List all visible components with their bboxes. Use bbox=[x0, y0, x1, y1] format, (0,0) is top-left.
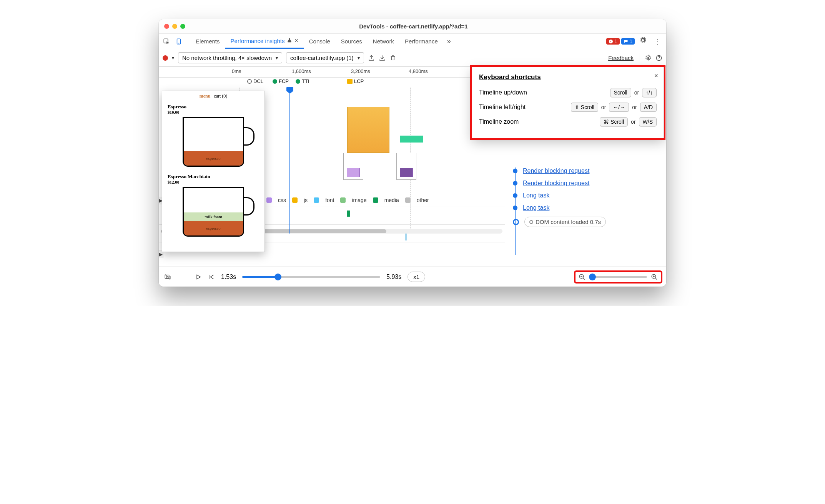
tab-performance-insights[interactable]: Performance insights × bbox=[225, 34, 304, 49]
preview-cart-label: cart (0) bbox=[214, 93, 227, 99]
preview-item-name: Espresso bbox=[168, 104, 259, 110]
insights-toolbar: ▾ No network throttling, 4× slowdown▾ co… bbox=[159, 49, 666, 67]
recording-select[interactable]: coffee-cart.netlify.app (1)▾ bbox=[286, 52, 364, 63]
panel-settings-icon[interactable] bbox=[645, 55, 652, 61]
device-toolbar-icon[interactable] bbox=[173, 36, 184, 47]
close-shortcuts-icon[interactable]: × bbox=[654, 72, 658, 80]
svg-line-10 bbox=[583, 278, 585, 280]
shortcut-row: Timeline up/down Scroll or ↑/↓ bbox=[479, 88, 657, 97]
shortcuts-title: Keyboard shortcuts bbox=[479, 73, 657, 81]
playback-end-time: 5.93s bbox=[386, 274, 401, 280]
playhead[interactable] bbox=[289, 88, 290, 234]
toggle-screenshots-icon[interactable] bbox=[164, 274, 171, 280]
rewind-icon[interactable] bbox=[208, 274, 215, 280]
playback-speed[interactable]: x1 bbox=[408, 272, 425, 282]
kbd: Scroll bbox=[610, 88, 631, 97]
insight-item[interactable]: Long task bbox=[513, 204, 659, 211]
inspect-element-icon[interactable] bbox=[161, 36, 172, 47]
tab-performance[interactable]: Performance bbox=[399, 34, 443, 49]
filmstrip-thumb[interactable] bbox=[396, 153, 416, 180]
task-block[interactable] bbox=[400, 136, 423, 143]
feedback-link[interactable]: Feedback bbox=[608, 55, 634, 61]
kbd: ⌘ Scroll bbox=[600, 117, 628, 126]
more-menu-icon[interactable]: ⋮ bbox=[651, 37, 664, 46]
settings-icon[interactable] bbox=[636, 37, 649, 46]
zoom-out-icon[interactable] bbox=[579, 274, 585, 280]
main-panel: 0ms 1,600ms 3,200ms 4,800ms DCL FCP TTI … bbox=[159, 67, 666, 267]
network-legend: css js font image media other bbox=[266, 197, 429, 203]
error-count-badge[interactable]: 1 bbox=[606, 38, 620, 45]
timeline-panel[interactable]: 0ms 1,600ms 3,200ms 4,800ms DCL FCP TTI … bbox=[159, 67, 505, 267]
zoom-in-icon[interactable] bbox=[651, 274, 658, 280]
record-button[interactable] bbox=[163, 55, 168, 61]
playback-bar: 1.53s 5.93s x1 bbox=[159, 267, 666, 287]
kbd: ←/→ bbox=[609, 103, 629, 112]
more-tabs-icon[interactable]: » bbox=[445, 37, 453, 45]
screenshot-preview: menu cart (0) Espresso $10.00 espresso E… bbox=[162, 91, 265, 252]
record-menu-chevron-icon[interactable]: ▾ bbox=[172, 55, 174, 61]
tab-elements[interactable]: Elements bbox=[190, 34, 225, 49]
help-icon[interactable] bbox=[655, 55, 662, 61]
window-title: DevTools - coffee-cart.netlify.app/?ad=1 bbox=[166, 23, 661, 30]
shortcut-row: Timeline zoom ⌘ Scroll or W/S bbox=[479, 117, 657, 126]
zoom-slider[interactable] bbox=[589, 276, 647, 278]
flask-icon bbox=[287, 38, 292, 44]
kbd: ⇧ Scroll bbox=[571, 103, 598, 112]
preview-item-price: $12.00 bbox=[168, 180, 259, 184]
marker-fcp[interactable]: FCP bbox=[273, 78, 289, 84]
insight-dcl[interactable]: DOM content loaded 0.7s bbox=[513, 217, 659, 227]
insight-item[interactable]: Render blocking request bbox=[513, 180, 659, 187]
marker-lcp[interactable]: LCP bbox=[347, 78, 364, 84]
filmstrip-thumb[interactable] bbox=[343, 153, 363, 180]
shortcut-row: Timeline left/right ⇧ Scroll or ←/→ or A… bbox=[479, 103, 657, 112]
kbd: ↑/↓ bbox=[642, 88, 657, 97]
delete-icon[interactable] bbox=[389, 55, 396, 61]
insight-item[interactable]: Render blocking request bbox=[513, 167, 659, 174]
lcp-block[interactable] bbox=[347, 107, 389, 153]
playback-start-time: 1.53s bbox=[221, 274, 236, 280]
titlebar: DevTools - coffee-cart.netlify.app/?ad=1 bbox=[159, 19, 666, 34]
import-icon[interactable] bbox=[379, 55, 386, 61]
svg-point-4 bbox=[647, 57, 649, 59]
media-chunk[interactable] bbox=[347, 211, 350, 217]
ruler-tick: 0ms bbox=[232, 68, 241, 74]
insight-item[interactable]: Long task bbox=[513, 192, 659, 199]
play-icon[interactable] bbox=[195, 274, 202, 280]
export-icon[interactable] bbox=[368, 55, 375, 61]
preview-item-name: Espresso Macchiato bbox=[168, 174, 259, 180]
devtools-window: DevTools - coffee-cart.netlify.app/?ad=1… bbox=[159, 19, 666, 287]
preview-item-price: $10.00 bbox=[168, 110, 259, 114]
main-tabs-row: Elements Performance insights × Console … bbox=[159, 34, 666, 49]
throttling-select[interactable]: No network throttling, 4× slowdown▾ bbox=[178, 52, 282, 63]
close-tab-icon[interactable]: × bbox=[294, 37, 298, 44]
ruler-tick: 4,800ms bbox=[409, 68, 428, 74]
time-ruler[interactable]: 0ms 1,600ms 3,200ms 4,800ms bbox=[159, 67, 505, 78]
kbd: W/S bbox=[639, 117, 657, 126]
keyboard-shortcuts-popup: Keyboard shortcuts × Timeline up/down Sc… bbox=[472, 67, 664, 138]
ruler-tick: 1,600ms bbox=[292, 68, 311, 74]
marker-row: DCL FCP TTI LCP bbox=[159, 78, 505, 88]
kbd: A/D bbox=[640, 103, 657, 112]
svg-line-13 bbox=[655, 278, 657, 280]
ruler-tick: 3,200ms bbox=[351, 68, 370, 74]
preview-menu-label: menu bbox=[200, 93, 211, 99]
issues-count-badge[interactable]: 1 bbox=[621, 38, 635, 45]
tab-sources[interactable]: Sources bbox=[336, 34, 368, 49]
marker-dcl[interactable]: DCL bbox=[247, 78, 263, 84]
playback-slider[interactable] bbox=[242, 276, 380, 278]
zoom-controls bbox=[576, 272, 661, 282]
marker-tti[interactable]: TTI bbox=[296, 78, 309, 84]
tab-network[interactable]: Network bbox=[368, 34, 399, 49]
tab-console[interactable]: Console bbox=[304, 34, 336, 49]
